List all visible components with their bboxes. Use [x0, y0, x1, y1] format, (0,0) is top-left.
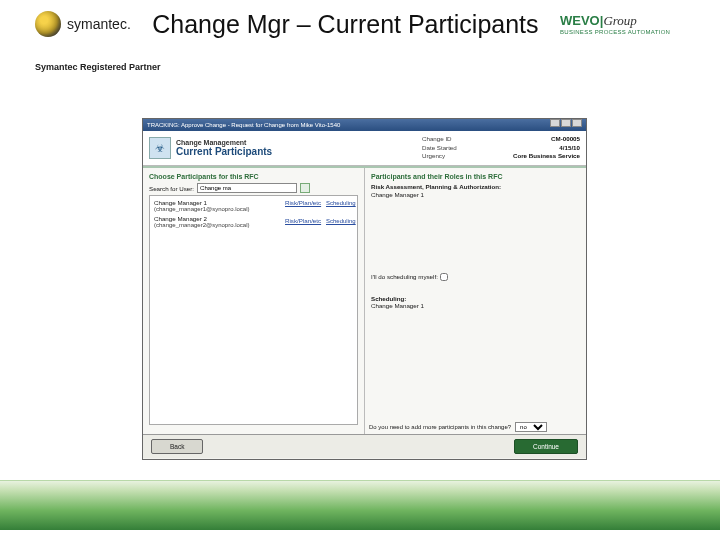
self-schedule-label: I'll do scheduling myself: — [371, 273, 438, 280]
wevo-tagline: BUSINESS PROCESS AUTOMATION — [560, 29, 700, 35]
role-assigned-name: Change Manager 1 — [371, 191, 580, 198]
participants-roles-pane: Participants and their Roles in this RFC… — [365, 168, 586, 434]
role-links: Risk/Plan/etc Scheduling Risk/Plan/etc S… — [285, 199, 356, 224]
add-more-question: Do you need to add more participants in … — [369, 424, 511, 430]
urgency-value: Core Business Service — [490, 152, 580, 161]
scheduling-header: Scheduling: — [371, 295, 580, 302]
header-info: Change IDCM-00005 Date Started4/15/10 Ur… — [422, 135, 580, 161]
symantec-text: symantec. — [67, 16, 131, 32]
date-started-value: 4/15/10 — [490, 144, 580, 153]
minimize-icon[interactable] — [550, 119, 560, 127]
left-heading: Choose Participants for this RFC — [149, 173, 358, 180]
role-link[interactable]: Risk/Plan/etc — [285, 199, 321, 206]
search-icon[interactable] — [300, 183, 310, 193]
wevo-logo-group: Group — [603, 13, 636, 28]
role-link[interactable]: Risk/Plan/etc — [285, 217, 321, 224]
symantec-logo: symantec. — [35, 11, 131, 37]
scheduling-link[interactable]: Scheduling — [326, 200, 356, 206]
add-more-select[interactable]: no yes — [515, 422, 547, 432]
window-title-text: TRACKING: Approve Change - Request for C… — [147, 119, 340, 131]
right-heading: Participants and their Roles in this RFC — [371, 173, 580, 180]
back-button[interactable]: Back — [151, 439, 203, 454]
search-label: Search for User: — [149, 185, 194, 192]
continue-button[interactable]: Continue — [514, 439, 578, 454]
search-input[interactable] — [197, 183, 297, 193]
add-more-row: Do you need to add more participants in … — [369, 422, 582, 432]
urgency-label: Urgency — [422, 152, 472, 161]
slide-footer-band — [0, 480, 720, 540]
slide-title: Change Mgr – Current Participants — [131, 10, 560, 39]
role-header: Risk Assessment, Planning & Authorizatio… — [371, 183, 580, 190]
maximize-icon[interactable] — [561, 119, 571, 127]
self-schedule-checkbox[interactable] — [440, 273, 448, 281]
wevo-logo: WEVO|Group BUSINESS PROCESS AUTOMATION — [560, 13, 700, 35]
page-title: Current Participants — [176, 146, 272, 157]
wevo-logo-main: WEVO — [560, 13, 600, 28]
user-list[interactable]: Change Manager 1 (change_manager1@synopr… — [149, 195, 358, 425]
module-label: Change Management — [176, 139, 272, 146]
footer-bar: Back Continue — [143, 434, 586, 458]
change-id-label: Change ID — [422, 135, 472, 144]
choose-participants-pane: Choose Participants for this RFC Search … — [143, 168, 365, 434]
scheduling-link[interactable]: Scheduling — [326, 218, 356, 224]
window-titlebar: TRACKING: Approve Change - Request for C… — [143, 119, 586, 131]
close-icon[interactable] — [572, 119, 582, 127]
registered-partner-badge: Symantec Registered Partner — [35, 62, 161, 72]
date-started-label: Date Started — [422, 144, 472, 153]
window-controls — [550, 119, 582, 131]
scheduling-assigned-name: Change Manager 1 — [371, 302, 580, 309]
symantec-swirl-icon — [35, 11, 61, 37]
app-window: TRACKING: Approve Change - Request for C… — [142, 118, 587, 460]
change-id-value: CM-00005 — [490, 135, 580, 144]
module-header: ☣ Change Management Current Participants… — [143, 131, 586, 166]
participants-icon: ☣ — [149, 137, 171, 159]
